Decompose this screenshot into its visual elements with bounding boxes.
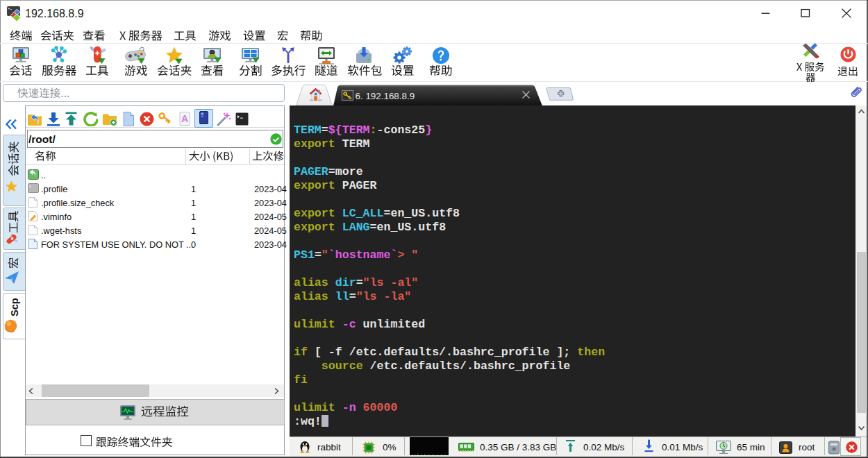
- svg-text:A: A: [181, 113, 187, 124]
